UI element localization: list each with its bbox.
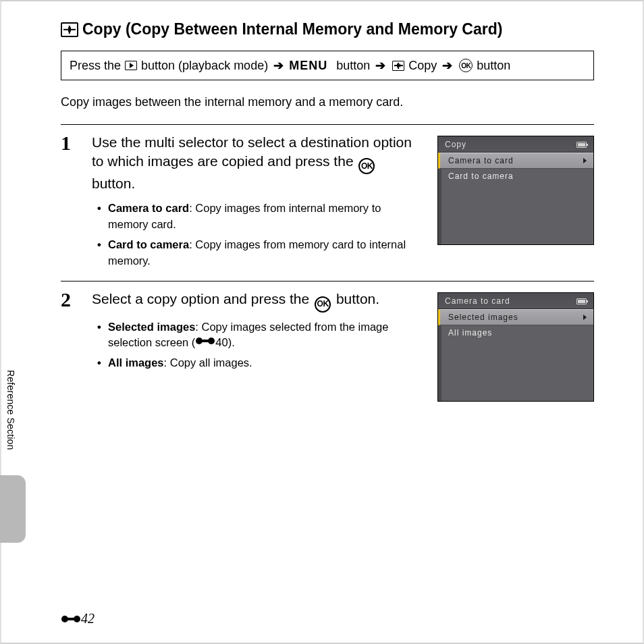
playback-note: button (playback mode) <box>141 59 268 73</box>
step-number: 1 <box>61 133 84 273</box>
manual-page: Copy (Copy Between Internal Memory and M… <box>61 20 594 410</box>
lcd-option: Card to camera <box>441 169 593 184</box>
ok-button-icon: OK <box>459 59 473 72</box>
button-word: button <box>477 59 510 73</box>
button-word: button <box>336 59 370 73</box>
intro-text: Copy images between the internal memory … <box>61 95 594 109</box>
copy-icon <box>61 22 78 37</box>
camera-screen-camera-to-card: Camera to card Selected images All image… <box>437 292 594 402</box>
step-number: 2 <box>61 290 84 402</box>
battery-icon <box>576 142 587 148</box>
lcd-title: Copy <box>445 140 466 149</box>
lcd-option: All images <box>441 325 593 340</box>
page-heading: Copy (Copy Between Internal Memory and M… <box>61 20 594 38</box>
ok-button-icon: OK <box>358 158 375 174</box>
battery-icon <box>576 298 587 304</box>
step-title: Use the multi selector to select a desti… <box>92 133 423 194</box>
thumb-tab <box>0 475 26 543</box>
lcd-title: Camera to card <box>445 296 510 306</box>
camera-screen-copy: Copy Camera to card Card to camera <box>437 136 594 273</box>
navigation-path-box: Press the button (playback mode) ➔ MENU … <box>61 51 594 80</box>
reference-icon <box>61 614 81 624</box>
playback-icon <box>125 61 137 70</box>
reference-icon <box>195 336 215 346</box>
copy-icon <box>392 61 404 71</box>
chevron-right-icon <box>583 315 587 320</box>
arrow-icon: ➔ <box>442 58 452 73</box>
press-label: Press the <box>70 59 121 73</box>
list-item: All images: Copy all images. <box>108 355 423 371</box>
lcd-option-selected: Selected images <box>438 309 593 325</box>
list-item: Selected images: Copy images selected fr… <box>108 319 423 352</box>
page-number: 42 <box>61 611 95 626</box>
step-title: Select a copy option and press the OK bu… <box>92 290 423 312</box>
chevron-right-icon <box>583 158 587 163</box>
svg-point-5 <box>74 616 80 622</box>
list-item: Camera to card: Copy images from interna… <box>108 200 423 233</box>
svg-point-2 <box>208 338 215 344</box>
step-2: 2 Select a copy option and press the OK … <box>61 281 594 410</box>
menu-button-label: MENU <box>289 59 327 73</box>
section-tab: Reference Section <box>0 367 26 453</box>
ok-button-icon: OK <box>315 296 331 313</box>
copy-crumb-label: Copy <box>408 59 437 73</box>
arrow-icon: ➔ <box>273 58 284 73</box>
steps-list: 1 Use the multi selector to select a des… <box>61 124 594 410</box>
step-sub-list: Camera to card: Copy images from interna… <box>92 200 423 269</box>
heading-text: Copy (Copy Between Internal Memory and M… <box>82 20 502 38</box>
step-sub-list: Selected images: Copy images selected fr… <box>92 319 423 372</box>
lcd-option-selected: Camera to card <box>438 153 593 169</box>
arrow-icon: ➔ <box>375 58 385 73</box>
list-item: Card to camera: Copy images from memory … <box>108 237 423 269</box>
step-1: 1 Use the multi selector to select a des… <box>61 125 594 281</box>
